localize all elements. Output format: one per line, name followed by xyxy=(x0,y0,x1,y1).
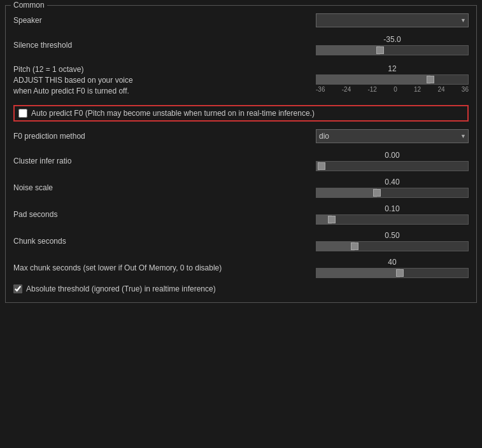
pitch-row: Pitch (12 = 1 octave) ADJUST THIS based … xyxy=(13,64,469,96)
max-chunk-seconds-value: 40 xyxy=(316,258,469,267)
chunk-seconds-slider[interactable] xyxy=(316,241,469,251)
auto-predict-checkbox[interactable] xyxy=(18,109,27,118)
f0-method-dropdown-wrapper: dio harvest crepe xyxy=(316,129,469,143)
cluster-infer-control: 0.00 xyxy=(316,151,469,171)
max-chunk-seconds-slider[interactable] xyxy=(316,268,469,278)
pad-seconds-value: 0.10 xyxy=(316,204,469,213)
noise-scale-slider[interactable] xyxy=(316,188,469,198)
pitch-slider[interactable] xyxy=(316,74,469,85)
pitch-value: 12 xyxy=(316,64,469,73)
silence-threshold-value: -35.0 xyxy=(316,35,469,44)
absolute-threshold-row: Absolute threshold (ignored (True) in re… xyxy=(13,284,469,293)
pitch-label: Pitch (12 = 1 octave) ADJUST THIS based … xyxy=(13,64,133,96)
chunk-seconds-value: 0.50 xyxy=(316,231,469,240)
f0-method-row: F0 prediction method dio harvest crepe xyxy=(13,128,469,144)
chunk-seconds-control: 0.50 xyxy=(316,231,469,251)
chunk-seconds-row: Chunk seconds 0.50 xyxy=(13,231,469,251)
cluster-infer-row: Cluster infer ratio 0.00 xyxy=(13,151,469,171)
speaker-row: Speaker xyxy=(13,12,469,29)
noise-scale-label: Noise scale xyxy=(13,183,53,192)
cluster-infer-label: Cluster infer ratio xyxy=(13,157,71,165)
auto-predict-label[interactable]: Auto predict F0 (Pitch may become unstab… xyxy=(31,109,315,118)
noise-scale-control: 0.40 xyxy=(316,178,469,198)
silence-threshold-row: Silence threshold -35.0 xyxy=(13,35,469,55)
noise-scale-value: 0.40 xyxy=(316,178,469,186)
panel-legend: Common xyxy=(11,1,47,10)
noise-scale-row: Noise scale 0.40 xyxy=(13,178,469,198)
max-chunk-seconds-control: 40 xyxy=(316,258,469,278)
speaker-dropdown-wrapper xyxy=(316,13,469,27)
pad-seconds-control: 0.10 xyxy=(316,204,469,225)
f0-method-dropdown[interactable]: dio harvest crepe xyxy=(316,129,469,143)
pad-seconds-label: Pad seconds xyxy=(13,210,57,219)
max-chunk-seconds-row: Max chunk seconds (set lower if Out Of M… xyxy=(13,258,469,278)
speaker-dropdown[interactable] xyxy=(316,13,469,27)
common-panel: Common Speaker Silence threshold -35.0 P… xyxy=(5,5,477,303)
chunk-seconds-label: Chunk seconds xyxy=(13,237,66,246)
speaker-label: Speaker xyxy=(13,16,42,25)
pitch-control: 12 -36-24-120122436 xyxy=(316,64,469,93)
f0-method-label: F0 prediction method xyxy=(13,132,85,141)
pad-seconds-row: Pad seconds 0.10 xyxy=(13,204,469,225)
silence-threshold-label: Silence threshold xyxy=(13,41,72,50)
max-chunk-seconds-label: Max chunk seconds (set lower if Out Of M… xyxy=(13,263,222,272)
pitch-scale: -36-24-120122436 xyxy=(316,86,469,93)
cluster-infer-value: 0.00 xyxy=(316,151,469,160)
absolute-threshold-label[interactable]: Absolute threshold (ignored (True) in re… xyxy=(26,284,216,293)
silence-threshold-slider[interactable] xyxy=(316,45,469,55)
auto-predict-row: Auto predict F0 (Pitch may become unstab… xyxy=(13,105,469,122)
cluster-infer-slider[interactable] xyxy=(316,161,469,171)
absolute-threshold-checkbox[interactable] xyxy=(13,284,22,293)
pad-seconds-slider[interactable] xyxy=(316,214,469,225)
silence-threshold-control: -35.0 xyxy=(316,35,469,55)
